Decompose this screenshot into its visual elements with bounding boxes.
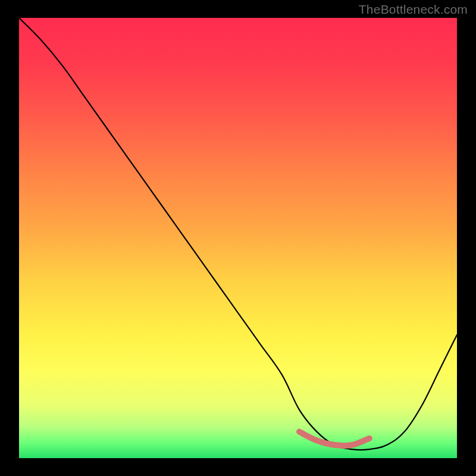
plot-area: [19, 18, 457, 458]
chart-stage: TheBottleneck.com: [0, 0, 476, 476]
plot-svg: [19, 18, 457, 458]
gradient-background: [19, 18, 457, 458]
attribution-watermark: TheBottleneck.com: [359, 2, 468, 17]
